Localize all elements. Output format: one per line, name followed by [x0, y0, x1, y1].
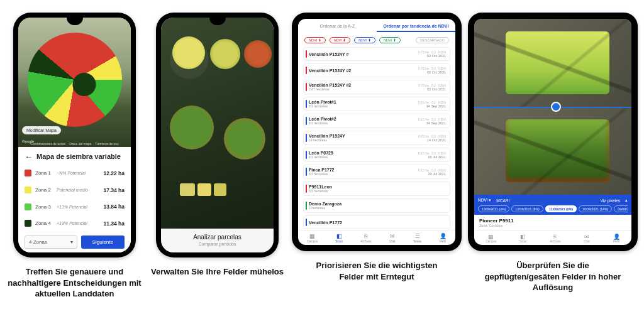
nav-item[interactable]: ◧Scout: [519, 234, 527, 243]
field-date: 29 Jul 2021: [418, 172, 446, 176]
circular-field-icon[interactable]: [170, 106, 214, 149]
zone-area: 13.84 ha: [103, 203, 125, 210]
small-field-icon[interactable]: [214, 183, 226, 196]
map-link[interactable]: Términos de uso: [95, 142, 118, 146]
field-stat: 0.15 ha · 0.2 · NDVI: [418, 151, 446, 155]
field-sub: 8.5 hectáreas: [309, 172, 334, 176]
field-stat: 0.15 ha · 0.2 · NDVI: [418, 100, 446, 104]
zone-row[interactable]: Zona 1−N% Potencial12.22 ha: [25, 170, 125, 176]
field-name: P9911Leon: [309, 185, 332, 189]
zone-row[interactable]: Zona 3+11% Potencial13.84 ha: [25, 203, 125, 210]
filter-chip-ndvi-up[interactable]: NDVI ⬆: [379, 37, 401, 43]
nav-item[interactable]: ◧Scout: [335, 234, 343, 243]
zone-row[interactable]: Zona 4+19% Potencial11.34 ha: [25, 220, 125, 227]
nav-label: Scout: [335, 240, 343, 243]
filter-chip-downloaded[interactable]: DESCARGADO: [416, 37, 449, 43]
viz-pixels-link[interactable]: Viz píxeles: [601, 198, 620, 203]
field-date: 14 Sep 2021: [418, 104, 446, 108]
nav-item[interactable]: ✉Chat: [389, 234, 396, 243]
zone-count-selector[interactable]: 4 Zonas ▾: [25, 236, 77, 249]
index-selector-ndvi[interactable]: NDVI ▾: [478, 198, 491, 203]
circular-field-icon[interactable]: [172, 36, 205, 69]
field-row[interactable]: Vencillón P1524Y #20.87 hectáreas0.73 ha…: [303, 80, 450, 94]
tab-sort-az[interactable]: Ordenar de la A-Z: [298, 24, 377, 32]
imagery-compare[interactable]: [474, 19, 631, 195]
nav-icon: 👤: [440, 234, 447, 239]
screen-3: Ordenar de la A-Z Ordenar por tendencia …: [298, 19, 455, 245]
field-row[interactable]: P9911Leon8.5 hectáreas: [303, 181, 450, 196]
index-selector-mcari[interactable]: MCARI: [496, 198, 509, 203]
field-sub: 19 hectáreas: [309, 138, 345, 142]
field-meta: Pioneer P9911 Zona: Córdoba: [474, 215, 631, 230]
field-sub: 8.5 hectáreas: [309, 121, 336, 125]
screen-4: NDVI ▾ MCARI Viz píxeles ▴ 13/09/2021 (2…: [474, 19, 631, 245]
nav-label: Scout: [519, 240, 527, 243]
zone-label: Zona 3: [35, 204, 57, 210]
nav-label: Chat: [584, 240, 590, 243]
circular-field-icon[interactable]: [224, 118, 265, 160]
date-chip[interactable]: 12/09/2021 (8%): [511, 205, 543, 212]
field-polygon-icon: [506, 119, 609, 183]
field-row[interactable]: Finca P17728.5 hectáreas0.15 ha · 0.2 · …: [303, 165, 450, 179]
phone-device-1: Modificar Mapa Google Combinaciones de t…: [13, 13, 136, 257]
nav-item[interactable]: 👤Perfil: [440, 234, 447, 243]
next-button[interactable]: Siguiente: [81, 236, 125, 249]
map-link[interactable]: Combinaciones de teclas: [30, 142, 65, 146]
analyze-sheet[interactable]: Analizar parcelas Comparar periodos: [161, 229, 274, 252]
field-name: Vencillón P1772: [309, 220, 342, 225]
ndvi-zone-map[interactable]: Modificar Mapa Google Combinaciones de t…: [18, 18, 131, 147]
chevron-up-icon[interactable]: ▴: [625, 198, 628, 203]
nav-item[interactable]: ⎘Archivos: [550, 234, 560, 243]
field-name: Finca P1772: [309, 168, 334, 172]
tab-sort-ndvi[interactable]: Ordenar por tendencia de NDVI: [377, 24, 455, 32]
nav-label: Chat: [389, 240, 396, 243]
zone-row[interactable]: Zona 2Potencial medio17.34 ha: [25, 187, 125, 193]
nav-item[interactable]: 👤Perfil: [613, 234, 620, 243]
nav-label: Archivos: [550, 240, 560, 243]
field-row[interactable]: Vencillón P1524Y #20.73 ha · 0.2 · NDVI0…: [303, 63, 450, 77]
screen-2: Analizar parcelas Comparar periodos: [161, 18, 274, 252]
nav-label: Archivos: [360, 240, 371, 243]
filter-chip-ndvi-up[interactable]: NDVI ⬆: [354, 37, 375, 43]
field-row[interactable]: León Pivot#28.5 hectáreas0.15 ha · 0.2 ·…: [303, 114, 450, 128]
field-row[interactable]: Demo Zaragoza3 hectáreas: [303, 198, 450, 213]
field-sub: 3 hectáreas: [309, 206, 341, 210]
field-row[interactable]: León Pivot#18.5 hectáreas0.15 ha · 0.2 ·…: [303, 97, 450, 111]
filter-chip-ndvi-down[interactable]: NDVI ⬇: [330, 37, 351, 43]
field-row[interactable]: Vencillón P1524Y19 hectáreas0.73 ha · 0.…: [303, 131, 450, 145]
date-chip[interactable]: 09/09/2021 (10%): [614, 205, 628, 212]
nav-icon: ✉: [584, 234, 590, 240]
nav-icon: ▦: [486, 234, 496, 240]
nav-item[interactable]: ▦Campos: [486, 234, 496, 243]
small-field-icon[interactable]: [197, 183, 211, 196]
circular-field-icon[interactable]: [244, 40, 272, 68]
date-chip[interactable]: 10/09/2021 (14%): [579, 205, 612, 212]
field-name: Vencillón P1524Y #2: [309, 83, 351, 87]
modify-map-button[interactable]: Modificar Mapa: [22, 126, 61, 134]
field-name: Vencillón P1524Y #2: [309, 68, 351, 73]
date-chip[interactable]: 11/09/2021 (9%): [545, 205, 577, 212]
field-row[interactable]: León P07258.5 hectáreas0.15 ha · 0.2 · N…: [303, 148, 450, 162]
fields-satellite-map[interactable]: [161, 18, 274, 252]
caption-1: Treffen Sie genauere und nachhaltigere E…: [6, 266, 143, 300]
caption-2: Verwalten Sie Ihre Felder mühelos: [151, 266, 284, 278]
field-row[interactable]: Vencillón P1772: [303, 215, 450, 229]
nav-item[interactable]: ▦Campos: [307, 234, 318, 243]
field-date: 14 Oct 2021: [418, 138, 446, 142]
bottom-nav: ▦Campos◧Scout⎘Archivos✉Chat☰Tareas👤Perfi…: [298, 230, 455, 245]
date-chip[interactable]: 13/09/2021 (2%): [478, 205, 509, 212]
map-link[interactable]: Datos del mapa: [69, 142, 91, 146]
caption-3: Priorisieren Sie die wichtigsten Felder …: [304, 260, 449, 282]
nav-item[interactable]: ☰Tareas: [413, 234, 422, 243]
back-arrow-icon[interactable]: ←: [25, 152, 33, 161]
filter-chip-ndvi-down[interactable]: NDVI ⬇: [304, 37, 326, 43]
nav-item[interactable]: ✉Chat: [584, 234, 590, 243]
field-zone: Zona: Córdoba: [479, 224, 626, 227]
circular-field-icon[interactable]: [210, 39, 240, 69]
nav-item[interactable]: ⎘Archivos: [360, 234, 371, 243]
field-date: 14 Sep 2021: [418, 121, 446, 125]
compare-slider-handle[interactable]: [551, 102, 561, 112]
zone-panel: ← Mapa de siembra variable Zona 1−N% Pot…: [18, 147, 131, 252]
field-row[interactable]: Vencillón P1524Y #0.73 ha · 0.2 · NDVI02…: [303, 47, 450, 61]
small-field-icon[interactable]: [180, 183, 195, 196]
